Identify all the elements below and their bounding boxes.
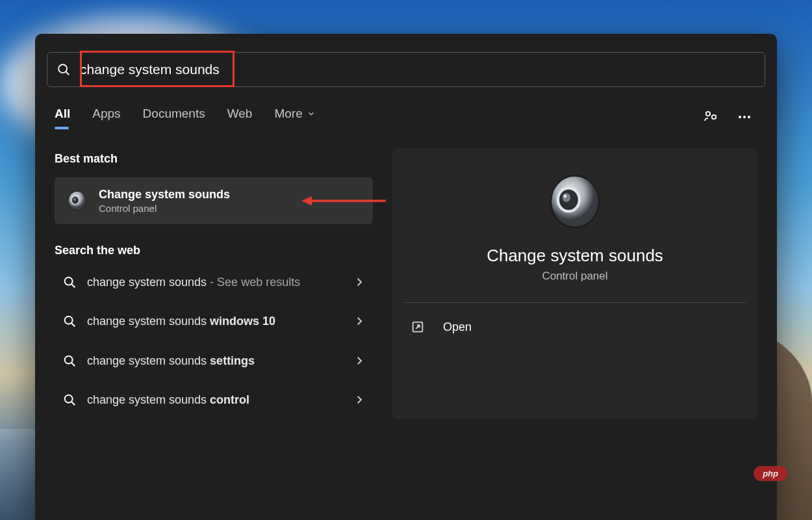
web-result-label: change system sounds control	[87, 392, 343, 408]
svg-line-19	[71, 402, 75, 405]
detail-subtitle: Control panel	[404, 270, 746, 283]
search-icon	[62, 354, 77, 368]
search-icon	[62, 275, 77, 289]
open-action[interactable]: Open	[404, 303, 746, 351]
svg-point-22	[563, 193, 570, 202]
open-label: Open	[443, 320, 472, 334]
web-result-label: change system sounds - See web results	[87, 274, 343, 290]
best-match-text: Change system sounds Control panel	[99, 188, 230, 214]
ellipsis-icon	[737, 109, 752, 125]
tab-more[interactable]: More	[274, 107, 315, 127]
svg-line-15	[71, 324, 75, 327]
tab-all[interactable]: All	[55, 107, 70, 127]
web-result-1[interactable]: change system sounds windows 10	[55, 302, 373, 341]
web-result-2[interactable]: change system sounds settings	[55, 341, 373, 380]
svg-point-0	[58, 64, 67, 73]
svg-point-4	[739, 116, 741, 118]
tab-more-label: More	[274, 107, 302, 121]
svg-line-17	[71, 363, 75, 366]
svg-point-23	[564, 194, 566, 198]
search-icon	[62, 393, 77, 407]
tab-documents[interactable]: Documents	[143, 107, 205, 127]
filter-tabs: All Apps Documents Web More	[55, 104, 757, 130]
svg-line-1	[66, 72, 70, 75]
chevron-right-icon	[353, 394, 365, 406]
svg-point-18	[65, 395, 73, 403]
speaker-icon	[546, 173, 603, 230]
more-options-button[interactable]	[731, 104, 757, 130]
search-icon	[57, 62, 71, 77]
annotation-arrow	[301, 193, 386, 209]
svg-marker-11	[301, 196, 312, 205]
detail-icon-wrap	[404, 173, 746, 230]
best-match-heading: Best match	[55, 152, 373, 166]
detail-pane: Change system sounds Control panel Open	[392, 148, 757, 419]
best-match-result[interactable]: Change system sounds Control panel	[55, 177, 373, 224]
web-result-3[interactable]: change system sounds control	[55, 380, 373, 419]
search-box[interactable]	[47, 52, 765, 87]
svg-point-5	[743, 116, 746, 118]
results-column: Best match Change system sounds Control …	[55, 148, 373, 419]
chevron-right-icon	[353, 276, 365, 288]
tab-apps[interactable]: Apps	[92, 107, 120, 127]
results-content: Best match Change system sounds Control …	[47, 148, 765, 419]
chevron-right-icon	[353, 355, 365, 367]
chevron-down-icon	[307, 109, 316, 118]
svg-line-13	[71, 284, 75, 287]
feedback-button[interactable]	[698, 104, 724, 130]
best-match-title: Change system sounds	[99, 188, 230, 202]
svg-point-6	[748, 116, 750, 118]
web-result-label: change system sounds settings	[87, 353, 343, 369]
best-match-subtitle: Control panel	[99, 203, 230, 214]
web-result-0[interactable]: change system sounds - See web results	[55, 263, 373, 302]
search-panel: All Apps Documents Web More Best match	[35, 34, 777, 520]
search-web-heading: Search the web	[55, 244, 373, 257]
tab-web[interactable]: Web	[227, 107, 253, 127]
speaker-icon	[66, 190, 88, 212]
svg-point-3	[712, 115, 716, 119]
watermark: php	[754, 466, 787, 481]
search-input[interactable]	[80, 62, 755, 77]
feedback-icon	[703, 109, 718, 125]
open-icon	[411, 320, 425, 334]
svg-point-14	[65, 317, 73, 324]
svg-point-12	[65, 278, 73, 285]
search-icon	[62, 314, 77, 328]
detail-title: Change system sounds	[404, 246, 746, 266]
chevron-right-icon	[353, 315, 365, 327]
svg-point-2	[706, 112, 710, 116]
svg-point-9	[73, 198, 76, 201]
svg-point-16	[65, 356, 73, 363]
web-result-label: change system sounds windows 10	[87, 313, 343, 329]
